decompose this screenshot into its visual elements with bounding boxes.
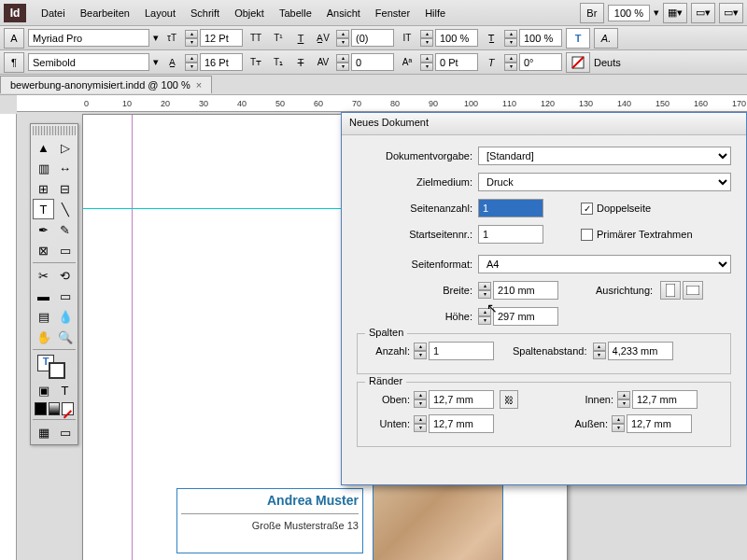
width-input[interactable] xyxy=(493,281,558,300)
height-input[interactable] xyxy=(493,307,558,326)
kerning-field[interactable] xyxy=(351,29,394,47)
step-down[interactable]: ▾ xyxy=(420,63,433,71)
step-up[interactable]: ▴ xyxy=(414,415,427,424)
photo-frame[interactable] xyxy=(373,479,503,560)
char-style-icon[interactable]: A. xyxy=(594,28,618,49)
content-collector-icon[interactable]: ⊞ xyxy=(33,178,54,199)
note-tool-icon[interactable]: ▤ xyxy=(33,306,54,327)
pencil-tool-icon[interactable]: ✎ xyxy=(54,219,76,240)
step-up[interactable]: ▴ xyxy=(617,391,630,399)
arrange-icon[interactable]: ▭▾ xyxy=(719,3,743,23)
step-down[interactable]: ▾ xyxy=(478,316,491,325)
leading-field[interactable] xyxy=(200,53,243,71)
step-down[interactable]: ▾ xyxy=(185,63,198,71)
step-down[interactable]: ▾ xyxy=(504,38,517,47)
document-tab[interactable]: bewerbung-anonymisiert.indd @ 100 % × xyxy=(0,76,212,93)
guide-vertical[interactable] xyxy=(132,115,133,560)
font-family-select[interactable] xyxy=(28,29,149,47)
content-placer-icon[interactable]: ⊟ xyxy=(54,178,76,199)
page-tool-icon[interactable]: ▥ xyxy=(33,158,54,178)
margin-inside-input[interactable] xyxy=(632,390,698,409)
orientation-portrait-icon[interactable] xyxy=(660,281,681,300)
tools-panel[interactable]: ▲▷ ▥↔ ⊞⊟ T╲ ✒✎ ⊠▭ ✂⟲ ▬▭ ▤💧 ✋🔍 T ▣T ▦▭ xyxy=(30,123,78,445)
dropdown-icon[interactable]: ▾ xyxy=(654,7,659,19)
char-format-icon[interactable]: A xyxy=(4,28,24,49)
close-tab-icon[interactable]: × xyxy=(196,79,202,91)
step-up[interactable]: ▴ xyxy=(478,282,491,290)
direct-selection-tool-icon[interactable]: ▷ xyxy=(54,137,76,158)
fill-color-icon[interactable]: T xyxy=(566,28,590,49)
dropdown-icon[interactable]: ▾ xyxy=(153,32,159,44)
rectangle-tool-icon[interactable]: ▭ xyxy=(54,240,76,260)
pages-input[interactable] xyxy=(478,199,543,217)
step-up[interactable]: ▴ xyxy=(504,30,517,38)
type-tool-icon[interactable]: T xyxy=(33,199,54,219)
rotation-field[interactable] xyxy=(519,53,562,71)
menu-objekt[interactable]: Objekt xyxy=(227,4,272,22)
apply-color-icon[interactable] xyxy=(35,402,47,415)
startpage-input[interactable] xyxy=(478,225,543,244)
margin-outside-input[interactable] xyxy=(627,414,692,433)
hand-tool-icon[interactable]: ✋ xyxy=(33,327,54,347)
menu-hilfe[interactable]: Hilfe xyxy=(417,4,453,22)
para-format-icon[interactable]: ¶ xyxy=(4,52,24,73)
step-down[interactable]: ▾ xyxy=(336,63,349,71)
step-down[interactable]: ▾ xyxy=(336,38,349,47)
hscale-field[interactable] xyxy=(519,29,562,47)
subscript-icon[interactable]: T₁ xyxy=(269,53,288,72)
preset-select[interactable]: [Standard] xyxy=(478,147,731,165)
step-down[interactable]: ▾ xyxy=(593,351,606,359)
step-down[interactable]: ▾ xyxy=(414,399,427,408)
font-size-field[interactable] xyxy=(200,29,243,47)
zoom-display[interactable]: 100 % xyxy=(608,5,650,21)
bridge-button[interactable]: Br xyxy=(580,3,604,23)
step-up[interactable]: ▴ xyxy=(420,54,433,63)
no-fill-icon[interactable] xyxy=(566,52,590,73)
step-up[interactable]: ▴ xyxy=(414,343,427,351)
gradient-feather-icon[interactable]: ▭ xyxy=(54,286,76,306)
selection-tool-icon[interactable]: ▲ xyxy=(33,137,54,158)
link-margins-icon[interactable]: ⛓ xyxy=(500,390,518,409)
menu-fenster[interactable]: Fenster xyxy=(368,4,417,22)
rectangle-frame-icon[interactable]: ⊠ xyxy=(33,240,54,260)
intent-select[interactable]: Druck xyxy=(478,173,731,191)
step-down[interactable]: ▾ xyxy=(420,38,433,47)
free-transform-icon[interactable]: ⟲ xyxy=(54,265,76,286)
step-down[interactable]: ▾ xyxy=(504,63,517,71)
step-up[interactable]: ▴ xyxy=(336,54,349,63)
smallcaps-icon[interactable]: Tᴛ xyxy=(247,53,265,72)
gap-tool-icon[interactable]: ↔ xyxy=(54,158,76,178)
screen-mode-icon[interactable]: ▭▾ xyxy=(691,3,715,23)
zoom-tool-icon[interactable]: 🔍 xyxy=(54,327,76,347)
step-up[interactable]: ▴ xyxy=(185,54,198,63)
gutter-input[interactable] xyxy=(608,342,673,360)
view-options-icon[interactable]: ▦▾ xyxy=(663,3,687,23)
menu-bearbeiten[interactable]: Bearbeiten xyxy=(73,4,137,22)
line-tool-icon[interactable]: ╲ xyxy=(54,199,76,219)
text-frame-name[interactable]: Andrea Muster Große Musterstraße 13 xyxy=(176,488,363,553)
step-up[interactable]: ▴ xyxy=(504,54,517,63)
columns-count-input[interactable] xyxy=(429,342,494,360)
superscript-icon[interactable]: T¹ xyxy=(269,29,288,48)
menu-schrift[interactable]: Schrift xyxy=(183,4,227,22)
margin-top-input[interactable] xyxy=(429,390,494,409)
step-down[interactable]: ▾ xyxy=(414,351,427,359)
vscale-field[interactable] xyxy=(435,29,478,47)
fill-stroke-icon[interactable]: T xyxy=(33,352,76,380)
allcaps-icon[interactable]: TT xyxy=(247,29,265,48)
step-down[interactable]: ▾ xyxy=(478,290,491,299)
apply-gradient-icon[interactable] xyxy=(49,402,61,415)
gradient-swatch-icon[interactable]: ▬ xyxy=(33,286,54,306)
menu-datei[interactable]: Datei xyxy=(34,4,73,22)
scissors-tool-icon[interactable]: ✂ xyxy=(33,265,54,286)
step-down[interactable]: ▾ xyxy=(414,424,427,432)
pen-tool-icon[interactable]: ✒ xyxy=(33,219,54,240)
menu-layout[interactable]: Layout xyxy=(137,4,183,22)
eyedropper-tool-icon[interactable]: 💧 xyxy=(54,306,76,327)
orientation-landscape-icon[interactable] xyxy=(683,281,703,300)
vertical-ruler[interactable] xyxy=(0,114,17,560)
step-up[interactable]: ▴ xyxy=(420,30,433,38)
panel-grip-icon[interactable] xyxy=(33,126,76,135)
tracking-field[interactable] xyxy=(351,53,394,71)
formatting-text-icon[interactable]: T xyxy=(54,380,76,400)
